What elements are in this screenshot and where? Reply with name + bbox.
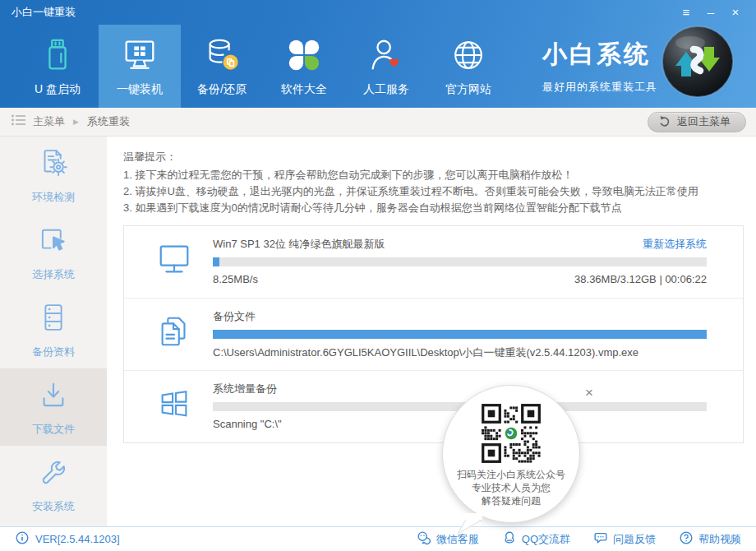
apps-clover-icon bbox=[285, 36, 323, 76]
nav-item-official-site[interactable]: 官方网站 bbox=[427, 25, 509, 108]
sidebar-item-backup-data[interactable]: 备份资料 bbox=[0, 291, 107, 368]
version-block: VER[2.5.44.1203] bbox=[15, 530, 120, 548]
breadcrumb-root[interactable]: 主菜单 bbox=[33, 114, 65, 129]
feedback-bubble-icon bbox=[593, 530, 608, 548]
footer-link-label: 帮助视频 bbox=[698, 532, 741, 547]
tips-line: 3. 如果遇到下载速度为0的情况时请耐心等待几分钟，服务器会自动根据您当前网络位… bbox=[123, 200, 744, 216]
brand-title: 小白系统 bbox=[542, 38, 657, 72]
tips-line: 1. 接下来的过程无需您的干预，程序会帮助您自动完成剩下的步骤，您可以离开电脑稍… bbox=[123, 167, 744, 183]
server-stack-icon bbox=[36, 300, 71, 337]
wrench-icon bbox=[36, 455, 71, 492]
select-system-icon bbox=[36, 223, 71, 260]
backup-progress-bar bbox=[213, 330, 707, 339]
brand-block: 小白系统 最好用的系统重装工具 bbox=[542, 38, 657, 95]
nav-item-label: 一键装机 bbox=[117, 82, 163, 97]
download-size-time: 38.36MB/3.12GB | 00:06:22 bbox=[574, 273, 707, 287]
help-icon bbox=[679, 530, 694, 548]
app-window: 小白一键重装 ≡ – × U 盘启动 bbox=[0, 0, 756, 551]
download-icon bbox=[36, 377, 71, 414]
sidebar-item-label: 环境检测 bbox=[32, 190, 75, 205]
backup-progress-fill bbox=[213, 330, 707, 339]
sidebar-item-env-check[interactable]: 环境检测 bbox=[0, 137, 107, 214]
close-icon[interactable]: × bbox=[723, 2, 748, 22]
help-video-link[interactable]: 帮助视频 bbox=[679, 530, 741, 548]
qr-caption-line: 解答疑难问题 bbox=[457, 494, 565, 507]
sidebar-item-label: 安装系统 bbox=[32, 499, 75, 514]
list-icon bbox=[12, 114, 26, 129]
nav-item-label: 备份/还原 bbox=[197, 82, 247, 97]
wechat-icon bbox=[417, 530, 431, 548]
feedback-link[interactable]: 问题反馈 bbox=[593, 530, 656, 548]
qr-caption-line: 专业技术人员为您 bbox=[457, 481, 565, 494]
titlebar: 小白一键重装 ≡ – × bbox=[0, 0, 756, 25]
tips-title: 温馨提示： bbox=[123, 149, 744, 165]
back-button-label: 返回主菜单 bbox=[677, 114, 731, 129]
backup-title: 备份文件 bbox=[213, 309, 256, 324]
nav-item-human-service[interactable]: 人工服务 bbox=[345, 25, 427, 108]
person-heart-icon bbox=[367, 36, 405, 76]
header: 小白一键重装 ≡ – × U 盘启动 bbox=[0, 0, 756, 108]
brand-subtitle: 最好用的系统重装工具 bbox=[542, 80, 657, 95]
monitor-icon bbox=[155, 240, 193, 278]
status-bar: VER[2.5.44.1203] 微信客服 bbox=[0, 526, 756, 551]
qr-code bbox=[482, 404, 541, 463]
download-title: Win7 SP1 32位 纯净绿色旗舰最新版 bbox=[213, 237, 385, 252]
reselect-system-link[interactable]: 重新选择系统 bbox=[643, 237, 707, 252]
nav-item-label: 人工服务 bbox=[363, 82, 409, 97]
incremental-title: 系统增量备份 bbox=[213, 382, 277, 396]
qq-group-link[interactable]: QQ交流群 bbox=[502, 530, 570, 548]
tips-line: 2. 请拔掉U盘、移动硬盘，退出光驱内的光盘，并保证系统重装过程不断电。否则重装… bbox=[123, 183, 744, 200]
sidebar-item-label: 下载文件 bbox=[32, 422, 75, 437]
main-content: 温馨提示： 1. 接下来的过程无需您的干预，程序会帮助您自动完成剩下的步骤，您可… bbox=[107, 137, 756, 526]
back-to-main-menu-button[interactable]: 返回主菜单 bbox=[648, 112, 746, 132]
download-progress-fill bbox=[213, 257, 219, 266]
env-check-icon bbox=[36, 146, 71, 183]
download-row: Win7 SP1 32位 纯净绿色旗舰最新版 重新选择系统 8.25MB/s 3… bbox=[124, 226, 743, 299]
qr-bubble: 扫码关注小白系统公众号 专业技术人员为您 解答疑难问题 bbox=[442, 385, 580, 523]
main-nav: U 盘启动 一键装机 bbox=[0, 25, 756, 108]
sidebar-item-label: 备份资料 bbox=[32, 345, 75, 359]
documents-icon bbox=[155, 313, 193, 350]
nav-item-label: 软件大全 bbox=[281, 82, 327, 97]
progress-cards: Win7 SP1 32位 纯净绿色旗舰最新版 重新选择系统 8.25MB/s 3… bbox=[123, 225, 744, 443]
qr-popup: 扫码关注小白系统公众号 专业技术人员为您 解答疑难问题 bbox=[442, 385, 580, 523]
nav-item-usb-boot[interactable]: U 盘启动 bbox=[16, 25, 99, 108]
menu-icon[interactable]: ≡ bbox=[674, 2, 698, 22]
info-icon bbox=[15, 530, 30, 548]
globe-icon bbox=[449, 36, 487, 76]
monitor-windows-icon bbox=[121, 36, 159, 76]
footer-link-label: 问题反馈 bbox=[613, 532, 656, 547]
sidebar: 环境检测 选择系统 bbox=[0, 137, 107, 526]
nav-item-label: 官方网站 bbox=[445, 82, 491, 97]
breadcrumb-arrow-icon: ▶ bbox=[73, 118, 79, 126]
usb-drive-icon bbox=[39, 36, 76, 76]
back-arrow-icon bbox=[658, 114, 671, 130]
brand-logo-icon bbox=[661, 25, 735, 99]
footer-links: 微信客服 QQ交流群 问题反馈 bbox=[394, 530, 741, 548]
qr-caption-line: 扫码关注小白系统公众号 bbox=[457, 468, 565, 481]
backup-path: C:\Users\Administrator.6GYGLI5KAOYGIIL\D… bbox=[213, 345, 638, 359]
download-speed: 8.25MB/s bbox=[213, 273, 258, 287]
incremental-status: Scanning "C:\" bbox=[213, 418, 282, 432]
window-title: 小白一键重装 bbox=[12, 5, 76, 20]
database-icon bbox=[203, 36, 241, 76]
qq-icon bbox=[502, 530, 517, 548]
breadcrumb-bar: 主菜单 ▶ 系统重装 返回主菜单 bbox=[0, 108, 756, 137]
download-progress-bar bbox=[213, 257, 707, 266]
sidebar-item-label: 选择系统 bbox=[32, 267, 75, 282]
qr-popup-close-icon[interactable]: × bbox=[585, 386, 593, 400]
qr-bubble-tail bbox=[456, 513, 484, 535]
qr-caption: 扫码关注小白系统公众号 专业技术人员为您 解答疑难问题 bbox=[457, 468, 565, 507]
nav-item-software[interactable]: 软件大全 bbox=[263, 25, 345, 108]
nav-item-backup-restore[interactable]: 备份/还原 bbox=[181, 25, 263, 108]
window-controls: ≡ – × bbox=[674, 2, 748, 22]
nav-item-one-key-install[interactable]: 一键装机 bbox=[99, 25, 181, 108]
version-text: VER[2.5.44.1203] bbox=[35, 533, 120, 545]
sidebar-item-download-files[interactable]: 下载文件 bbox=[0, 368, 107, 446]
sidebar-item-install-system[interactable]: 安装系统 bbox=[0, 446, 107, 523]
footer-link-label: QQ交流群 bbox=[522, 532, 570, 547]
backup-file-row: 备份文件 C:\Users\Administrator.6GYGLI5KAOYG… bbox=[124, 299, 743, 371]
incremental-backup-row: 系统增量备份 Scanning "C:\" bbox=[124, 371, 743, 442]
sidebar-item-select-system[interactable]: 选择系统 bbox=[0, 214, 107, 291]
minimize-icon[interactable]: – bbox=[698, 2, 723, 22]
